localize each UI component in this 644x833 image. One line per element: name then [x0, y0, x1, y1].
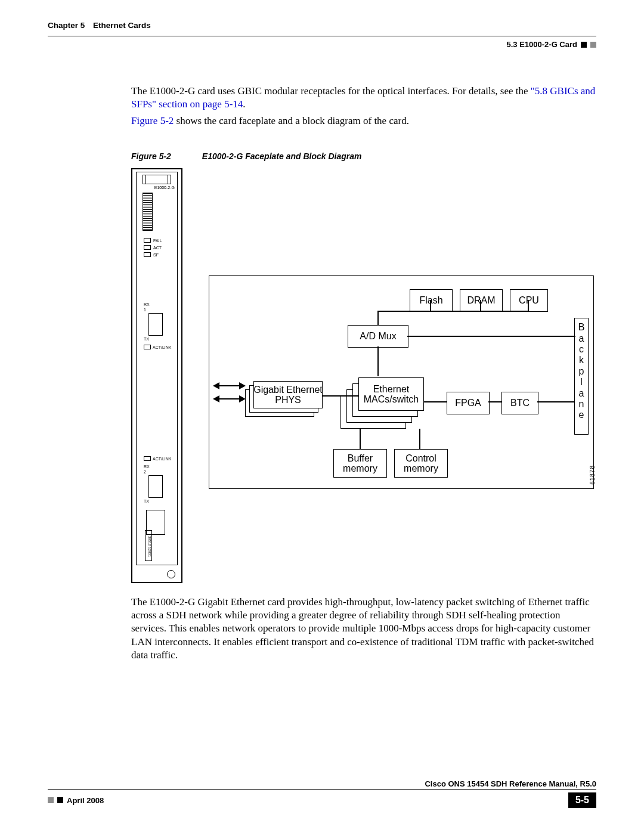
- intro-text: The E1000-2-G card uses GBIC modular rec…: [131, 85, 596, 128]
- page: Chapter 5 Ethernet Cards 5.3 E1000-2-G C…: [0, 0, 644, 826]
- figure-caption: Figure 5-2 E1000-2-G Faceplate and Block…: [131, 151, 596, 161]
- chapter-number: Chapter 5: [48, 21, 85, 30]
- header-rule: [48, 36, 596, 36]
- led-icon: [144, 238, 151, 243]
- box-dram: DRAM: [460, 289, 503, 312]
- led-icon: [144, 456, 151, 461]
- faceplate-card-label: E1000-2-G: [154, 185, 175, 190]
- figure-title: E1000-2-G Faceplate and Block Diagram: [202, 151, 362, 161]
- box-btc: BTC: [501, 392, 538, 414]
- led-fail: FAIL: [153, 239, 162, 243]
- port1-num: 1: [144, 308, 172, 312]
- port1-rx: RX: [144, 302, 172, 306]
- footer-marker-icon: [48, 797, 54, 803]
- body-after-figure: The E1000-2-G Gigabit Ethernet card prov…: [131, 596, 596, 661]
- page-header: Chapter 5 Ethernet Cards: [48, 21, 596, 30]
- box-phys: Gigabit Ethernet PHYS: [253, 381, 323, 408]
- box-flash: Flash: [410, 289, 453, 312]
- box-cpu: CPU: [510, 289, 548, 312]
- port1-connector-icon: [148, 313, 163, 336]
- port2-actlink: ACT/LINK: [153, 457, 172, 461]
- port2-tx: TX: [144, 499, 172, 503]
- led-icon: [144, 245, 151, 250]
- port2-rx: RX: [144, 465, 172, 469]
- header-left: Chapter 5 Ethernet Cards: [48, 21, 151, 30]
- section-marker-icon: [581, 42, 587, 48]
- footer-date: April 2008: [67, 796, 104, 805]
- chapter-title: Ethernet Cards: [93, 21, 151, 30]
- intro-p1-b: .: [243, 98, 245, 110]
- section-marker-icon: [590, 42, 596, 48]
- led-group: FAIL ACT SF: [144, 237, 162, 258]
- box-backplane: Backplane: [574, 318, 589, 435]
- block-diagram: Flash DRAM CPU A/D Mux Gigabit Ethernet …: [209, 275, 594, 489]
- box-bufmem: Buffer memory: [333, 449, 387, 478]
- footer-manual-title: Cisco ONS 15454 SDH Reference Manual, R5…: [48, 779, 596, 788]
- faceplate: E1000-2-G FAIL ACT SF RX 1 TX ACT/LINK A…: [131, 168, 182, 583]
- box-admux: A/D Mux: [348, 325, 408, 348]
- stack-phys: Gigabit Ethernet PHYS: [245, 381, 323, 417]
- link-figure-5-2[interactable]: Figure 5-2: [131, 115, 174, 126]
- footer-marker-icon: [57, 797, 63, 803]
- port-1: RX 1 TX ACT/LINK: [144, 302, 172, 349]
- faceplate-inner: E1000-2-G FAIL ACT SF RX 1 TX ACT/LINK A…: [136, 172, 178, 565]
- page-number: 5-5: [568, 792, 596, 808]
- figure-number: Figure 5-2: [131, 151, 171, 161]
- port1-actlink: ACT/LINK: [153, 345, 172, 349]
- box-ctlmem: Control memory: [394, 449, 448, 478]
- led-sf: SF: [153, 253, 159, 257]
- barcode-icon: [143, 193, 153, 231]
- port2-connector-icon: [148, 475, 163, 498]
- ejector-hole-icon: [167, 570, 175, 578]
- intro-p1-a: The E1000-2-G card uses GBIC modular rec…: [131, 85, 531, 97]
- page-footer: Cisco ONS 15454 SDH Reference Manual, R5…: [48, 779, 596, 808]
- faceplate-serial: 39512 12001: [145, 530, 152, 561]
- box-macs: Ethernet MACs/switch: [358, 377, 424, 411]
- led-icon: [144, 252, 151, 257]
- figure-area: E1000-2-G FAIL ACT SF RX 1 TX ACT/LINK A…: [131, 168, 596, 586]
- ejector-top-inner: [145, 175, 168, 184]
- led-icon: [144, 345, 151, 349]
- led-act: ACT: [153, 246, 162, 250]
- body-after-text: The E1000-2-G Gigabit Ethernet card prov…: [131, 596, 596, 661]
- intro-p2: shows the card faceplate and a block dia…: [174, 115, 409, 126]
- box-fpga: FPGA: [447, 392, 490, 414]
- port-2: ACT/LINK RX 2 TX: [144, 453, 172, 504]
- figure-drawing-id: 61878: [589, 465, 596, 485]
- section-label: 5.3 E1000-2-G Card: [506, 40, 577, 49]
- stack-macs: Ethernet MACs/switch: [340, 377, 424, 429]
- subheader: 5.3 E1000-2-G Card: [48, 40, 596, 49]
- port2-num: 2: [144, 470, 172, 474]
- port1-tx: TX: [144, 337, 172, 341]
